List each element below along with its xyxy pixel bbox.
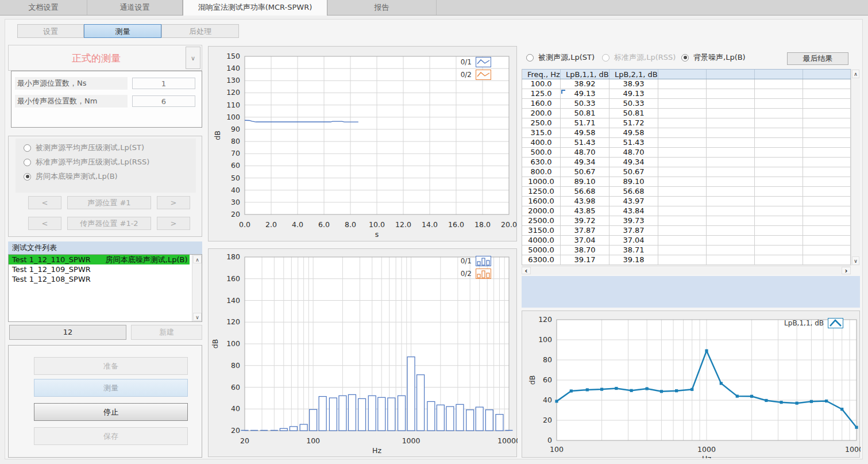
file-list-scrollbar[interactable]: ∧ ∨ — [192, 255, 202, 321]
table-header-0[interactable]: Freq., Hz — [522, 70, 561, 79]
table-cell[interactable] — [755, 79, 803, 89]
table-cell[interactable] — [803, 216, 851, 225]
table-row[interactable]: 4000.037.0437.04 — [522, 236, 851, 246]
table-cell[interactable] — [755, 255, 803, 264]
table-cell[interactable]: 2000.0 — [522, 206, 561, 216]
table-cell[interactable] — [658, 246, 707, 255]
table-cell[interactable] — [658, 99, 707, 108]
table-cell[interactable] — [658, 197, 707, 206]
table-row[interactable]: 630.049.3449.34 — [522, 158, 851, 167]
table-cell[interactable] — [658, 128, 707, 137]
table-cell[interactable] — [707, 128, 755, 137]
scroll-down-icon[interactable]: ∨ — [852, 256, 859, 265]
table-cell[interactable] — [803, 246, 851, 255]
table-cell[interactable]: 89.10 — [561, 177, 609, 186]
table-row[interactable]: 2500.039.7239.73 — [522, 216, 851, 226]
table-cell[interactable] — [755, 206, 803, 216]
table-row[interactable]: 250.051.7151.72 — [522, 118, 851, 128]
table-cell[interactable] — [755, 118, 803, 128]
table-cell[interactable]: 50.81 — [561, 109, 609, 118]
table-row[interactable]: 800.050.6750.67 — [522, 167, 851, 177]
table-cell[interactable]: 1250.0 — [522, 187, 561, 196]
table-cell[interactable] — [707, 167, 755, 177]
table-cell[interactable]: 39.72 — [561, 216, 609, 225]
table-cell[interactable] — [707, 118, 755, 128]
table-cell[interactable]: 51.72 — [609, 118, 658, 128]
file-list-item-0[interactable]: Test 1_12_110_SPWR房间本底噪声测试,Lp(B) — [9, 255, 190, 264]
table-cell[interactable] — [658, 118, 707, 128]
table-cell[interactable] — [803, 89, 851, 98]
source-position-prev-button[interactable]: < — [28, 196, 61, 209]
line-series-icon[interactable] — [476, 57, 491, 67]
table-row[interactable]: 1600.043.9843.97 — [522, 197, 851, 206]
bar-series-icon[interactable] — [476, 269, 491, 279]
scroll-left-icon[interactable]: ‹ — [522, 267, 531, 274]
table-header-3[interactable] — [658, 70, 707, 79]
peak-series-icon[interactable] — [828, 318, 843, 328]
table-cell[interactable]: 38.71 — [609, 246, 658, 255]
table-cell[interactable]: 160.0 — [522, 99, 561, 108]
test-file-list[interactable]: Test 1_12_110_SPWR房间本底噪声测试,Lp(B)Test 1_1… — [8, 254, 202, 322]
table-cell[interactable]: 38.92 — [561, 79, 609, 89]
scroll-down-icon[interactable]: ∨ — [193, 313, 202, 321]
table-cell[interactable] — [803, 79, 851, 89]
table-cell[interactable]: 49.13 — [609, 89, 658, 98]
table-cell[interactable] — [803, 187, 851, 196]
table-cell[interactable] — [658, 138, 707, 147]
table-cell[interactable] — [803, 118, 851, 128]
table-cell[interactable]: 51.43 — [561, 138, 609, 147]
table-cell[interactable] — [658, 167, 707, 177]
table-cell[interactable]: 50.67 — [609, 167, 658, 177]
table-cell[interactable]: 38.70 — [561, 246, 609, 255]
table-cell[interactable]: 3150.0 — [522, 226, 561, 235]
table-cell[interactable]: 500.0 — [522, 148, 561, 157]
table-header-6[interactable] — [803, 70, 851, 79]
table-cell[interactable] — [707, 158, 755, 167]
file-list-item-1[interactable]: Test 1_12_109_SPWR — [9, 264, 190, 274]
source-position-button[interactable]: 声源位置 #1 — [67, 196, 151, 209]
table-cell[interactable] — [707, 89, 755, 98]
table-cell[interactable]: 315.0 — [522, 128, 561, 137]
table-row[interactable]: 1250.056.6856.68 — [522, 187, 851, 197]
table-cell[interactable] — [658, 216, 707, 225]
subtab-0[interactable]: 设置 — [17, 24, 84, 38]
table-row[interactable]: 1000.089.1089.10 — [522, 177, 851, 187]
table-cell[interactable] — [755, 246, 803, 255]
table-cell[interactable] — [658, 109, 707, 118]
main-tab-1[interactable]: 通道设置 — [87, 0, 183, 15]
table-horizontal-scrollbar[interactable]: ‹ › — [522, 266, 851, 275]
table-cell[interactable] — [707, 138, 755, 147]
table-cell[interactable]: 43.97 — [609, 197, 658, 206]
scroll-up-icon[interactable]: ∧ — [852, 70, 859, 78]
table-cell[interactable]: 43.98 — [561, 197, 609, 206]
table-cell[interactable] — [755, 138, 803, 147]
table-cell[interactable] — [658, 255, 707, 264]
table-cell[interactable] — [755, 89, 803, 98]
table-cell[interactable]: 49.58 — [561, 128, 609, 137]
table-cell[interactable] — [658, 79, 707, 89]
table-cell[interactable] — [803, 226, 851, 235]
table-cell[interactable] — [707, 216, 755, 225]
table-cell[interactable] — [803, 206, 851, 216]
table-cell[interactable] — [755, 128, 803, 137]
result-source-radio-0[interactable]: 被测声源,Lp(ST) — [526, 53, 595, 62]
table-cell[interactable] — [658, 89, 707, 98]
table-cell[interactable] — [707, 177, 755, 186]
table-cell[interactable]: 630.0 — [522, 158, 561, 167]
table-row[interactable]: 2000.043.8543.84 — [522, 206, 851, 216]
table-cell[interactable]: 48.70 — [609, 148, 658, 157]
table-cell[interactable]: 39.17 — [561, 255, 609, 264]
table-cell[interactable] — [803, 99, 851, 108]
table-cell[interactable] — [755, 216, 803, 225]
radio-icon[interactable] — [602, 54, 609, 62]
test-type-radio-0[interactable]: 被测声源平均声压级测试,Lp(ST) — [24, 143, 144, 152]
table-row[interactable]: 125.049.1349.13 — [522, 89, 851, 99]
table-row[interactable]: 200.050.8150.81 — [522, 109, 851, 118]
table-cell[interactable]: 49.34 — [609, 158, 658, 167]
mic-position-next-button[interactable]: > — [157, 217, 190, 230]
table-cell[interactable] — [707, 246, 755, 255]
table-cell[interactable] — [803, 148, 851, 157]
table-cell[interactable] — [755, 187, 803, 196]
table-cell[interactable]: 38.93 — [609, 79, 658, 89]
file-list-item-2[interactable]: Test 1_12_108_SPWR — [9, 274, 190, 284]
